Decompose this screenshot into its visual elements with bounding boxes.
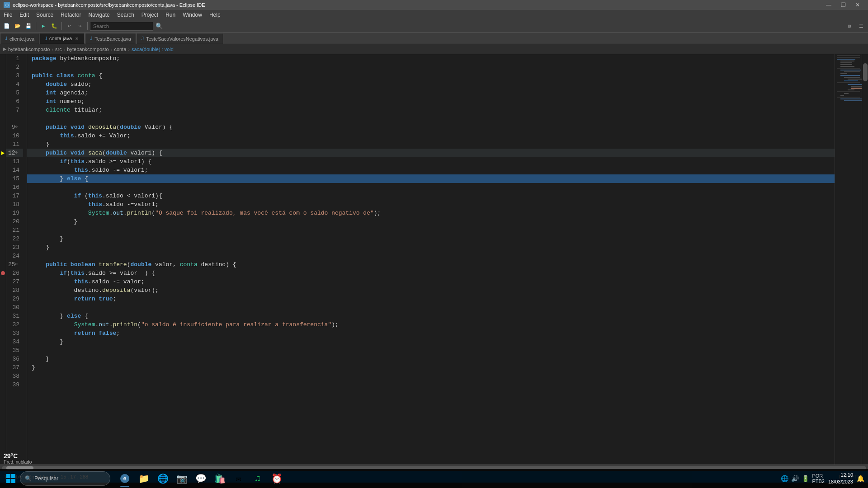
menu-refactor[interactable]: Refactor bbox=[57, 10, 85, 20]
svg-rect-1 bbox=[11, 474, 15, 478]
menu-window[interactable]: Window bbox=[179, 10, 206, 20]
taskbar-files-app[interactable]: 📁 bbox=[135, 469, 153, 488]
breadcrumb-class[interactable]: conta bbox=[114, 47, 126, 52]
search-icon[interactable]: 🔍 bbox=[154, 21, 164, 31]
tab-conta-java[interactable]: J conta.java ✕ bbox=[40, 33, 85, 44]
tab-close-button[interactable]: ✕ bbox=[74, 36, 80, 42]
taskbar-right: 🌐 🔊 🔋 PORPTB2 12:10 18/03/2023 🔔 bbox=[781, 472, 864, 486]
toolbar: 📄 📂 💾 ▶ 🐛 ↩ ↪ 🔍 ⊞ ☰ bbox=[0, 20, 868, 33]
save-button[interactable]: 💾 bbox=[24, 21, 33, 31]
maximize-button[interactable]: ❐ bbox=[836, 0, 850, 10]
notification-icon[interactable]: 🔔 bbox=[857, 475, 864, 482]
breadcrumb-package[interactable]: bytebankcomposto bbox=[67, 47, 108, 52]
code-line-23: } bbox=[27, 243, 835, 252]
taskbar-time: 12:10 bbox=[828, 472, 853, 479]
taskbar-search-icon: 🔍 bbox=[25, 475, 32, 482]
code-line-24 bbox=[27, 252, 835, 260]
breadcrumb-method[interactable]: saca(double) : void bbox=[132, 47, 174, 52]
code-line-38 bbox=[27, 372, 835, 380]
code-line-21 bbox=[27, 226, 835, 235]
code-line-20: } bbox=[27, 217, 835, 226]
title-bar: ⬡ eclipse-workspace - bytebankcomposto/s… bbox=[0, 0, 868, 10]
menu-edit[interactable]: Edit bbox=[16, 10, 33, 20]
svg-rect-2 bbox=[6, 479, 10, 483]
redo-button[interactable]: ↪ bbox=[75, 21, 85, 31]
minimize-button[interactable]: — bbox=[822, 0, 835, 10]
toolbar-search-input[interactable] bbox=[90, 22, 153, 31]
menu-bar: File Edit Source Refactor Navigate Searc… bbox=[0, 10, 868, 20]
run-button[interactable]: ▶ bbox=[38, 21, 48, 31]
network-icon[interactable]: 🌐 bbox=[781, 475, 788, 482]
menu-file[interactable]: File bbox=[0, 10, 16, 20]
code-line-36: } bbox=[27, 355, 835, 363]
editor-area: 1 2 3 4 5 6 7 9⊖ 10 11 12⊖ 13 14 15 16 1… bbox=[0, 54, 868, 465]
code-line-17: if (this.saldo < valor1){ bbox=[27, 192, 835, 200]
close-button[interactable]: ✕ bbox=[851, 0, 864, 10]
menu-help[interactable]: Help bbox=[206, 10, 224, 20]
taskbar-camera-app[interactable]: 📷 bbox=[173, 469, 191, 488]
code-line-18: this.saldo -=valor1; bbox=[27, 200, 835, 209]
taskbar-eclipse-app[interactable]: e bbox=[116, 469, 134, 488]
new-button[interactable]: 📄 bbox=[2, 21, 12, 31]
start-button[interactable] bbox=[4, 471, 18, 486]
debug-button[interactable]: 🐛 bbox=[49, 21, 59, 31]
code-line-30 bbox=[27, 303, 835, 312]
tab-testa-banco[interactable]: J TestaBanco.java bbox=[85, 33, 136, 44]
breadcrumb-src[interactable]: src bbox=[55, 47, 62, 52]
vertical-scrollbar[interactable] bbox=[862, 54, 868, 465]
code-line-31: } else { bbox=[27, 312, 835, 320]
code-line-22: } bbox=[27, 235, 835, 243]
code-line-5: int agencia; bbox=[27, 89, 835, 97]
code-editor[interactable]: package bytebankcomposto; public class c… bbox=[27, 54, 835, 465]
taskbar-mail-app[interactable]: ✉️ bbox=[230, 469, 248, 488]
open-button[interactable]: 📂 bbox=[13, 21, 23, 31]
taskbar-clock-app[interactable]: ⏰ bbox=[268, 469, 286, 488]
menu-source[interactable]: Source bbox=[33, 10, 57, 20]
tab-teste-saca[interactable]: J TesteSacaValoresNegativos.java bbox=[137, 33, 223, 44]
weather-widget: 29°C Pred. nublado bbox=[4, 452, 32, 465]
taskbar-store-app[interactable]: 🛍️ bbox=[211, 469, 229, 488]
taskbar: 🔍 Pesquisar e 📁 🌐 📷 💬 🛍️ ✉️ ♫ bbox=[0, 469, 868, 488]
code-line-6: int numero; bbox=[27, 97, 835, 106]
taskbar-search[interactable]: 🔍 Pesquisar bbox=[20, 471, 110, 486]
taskbar-teams-app[interactable]: 💬 bbox=[192, 469, 210, 488]
battery-icon[interactable]: 🔋 bbox=[802, 475, 809, 482]
svg-rect-0 bbox=[6, 474, 10, 478]
taskbar-apps: e 📁 🌐 📷 💬 🛍️ ✉️ ♫ ⏰ bbox=[116, 469, 286, 488]
code-line-4: double saldo; bbox=[27, 80, 835, 89]
tab-cliente-java[interactable]: J cliente.java bbox=[0, 33, 39, 44]
views-button[interactable]: ☰ bbox=[856, 21, 866, 31]
line-numbers: 1 2 3 4 5 6 7 9⊖ 10 11 12⊖ 13 14 15 16 1… bbox=[6, 54, 27, 465]
code-line-1: package bytebankcomposto; bbox=[27, 54, 835, 63]
taskbar-search-text: Pesquisar bbox=[34, 475, 58, 482]
code-line-3: public class conta { bbox=[27, 71, 835, 80]
taskbar-browser-app[interactable]: 🌐 bbox=[154, 469, 172, 488]
code-line-13: if(this.saldo >= valor1) { bbox=[27, 157, 835, 166]
code-line-11: } bbox=[27, 140, 835, 149]
menu-navigate[interactable]: Navigate bbox=[85, 10, 113, 20]
undo-button[interactable]: ↩ bbox=[64, 21, 74, 31]
svg-rect-3 bbox=[11, 479, 15, 483]
code-line-8 bbox=[27, 114, 835, 123]
code-line-14: this.saldo -= valor1; bbox=[27, 166, 835, 174]
minimap bbox=[835, 54, 862, 465]
code-line-29: return true; bbox=[27, 295, 835, 303]
code-line-32: System.out.println("o saldo é insuficien… bbox=[27, 320, 835, 329]
menu-search[interactable]: Search bbox=[113, 10, 138, 20]
weather-description: Pred. nublado bbox=[4, 460, 32, 465]
keyboard-layout-indicator[interactable]: PORPTB2 bbox=[812, 473, 825, 484]
volume-icon[interactable]: 🔊 bbox=[791, 475, 799, 482]
code-line-26: if(this.saldo >= valor ) { bbox=[27, 269, 835, 277]
code-line-15: } else { bbox=[27, 174, 835, 183]
breadcrumb-workspace[interactable]: bytebankcomposto bbox=[8, 47, 50, 52]
scroll-thumb[interactable] bbox=[863, 63, 868, 81]
tabs-bar: J cliente.java J conta.java ✕ J TestaBan… bbox=[0, 33, 868, 44]
eclipse-icon: ⬡ bbox=[4, 2, 10, 8]
code-line-10: this.saldo += Valor; bbox=[27, 131, 835, 140]
perspective-button[interactable]: ⊞ bbox=[844, 21, 854, 31]
menu-project[interactable]: Project bbox=[138, 10, 162, 20]
taskbar-spotify-app[interactable]: ♫ bbox=[249, 469, 267, 488]
code-line-28: destino.deposita(valor); bbox=[27, 286, 835, 295]
menu-run[interactable]: Run bbox=[162, 10, 179, 20]
taskbar-clock[interactable]: 12:10 18/03/2023 bbox=[828, 472, 853, 486]
